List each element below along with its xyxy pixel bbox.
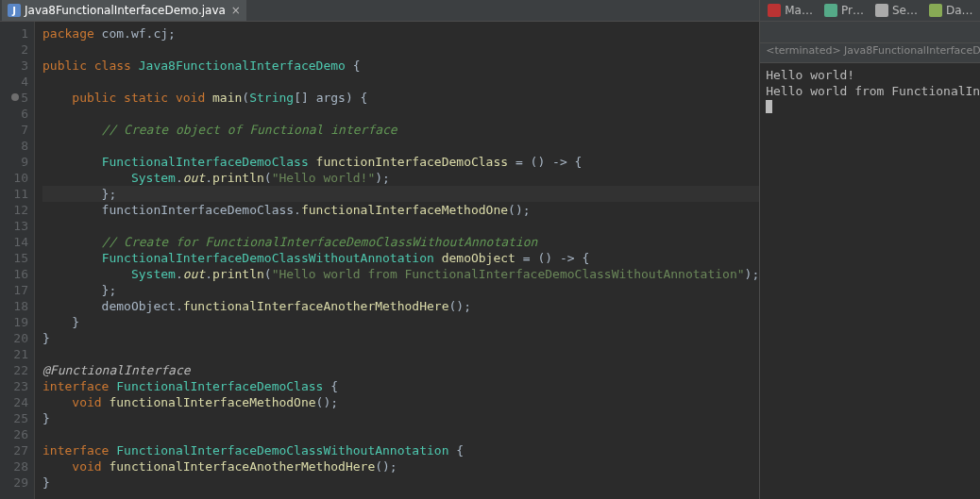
line-number: 25 [0,410,28,426]
code-line[interactable]: interface FunctionalInterfaceDemoClass { [42,378,759,394]
console-line: Hello world from FunctionalInterfaceDemo… [766,83,980,99]
console-process-line: <terminated> Java8FunctionalInterfaceDem… [760,43,980,63]
line-number: 29 [0,474,28,491]
line-number: 24 [0,394,28,410]
console-line: Hello world! [766,67,980,83]
code-line[interactable]: FunctionalInterfaceDemoClassWithoutAnnot… [42,250,759,266]
line-number: 3 [0,58,28,74]
code-line[interactable]: } [42,410,759,426]
code-line[interactable]: void functionalInterfaceMethodOne(); [42,394,759,410]
line-number: 17 [0,282,28,298]
code-line[interactable]: }; [42,282,759,298]
code-area[interactable]: package com.wf.cj; public class Java8Fun… [35,22,759,499]
views-pane: Ma…Pr…Se…Da…Sn…Co…×Pr…Se…Git…▭ ⇆■✖✖|▤▦▧⬓… [760,0,980,499]
search-icon [875,4,888,17]
view-tab-problems[interactable]: Pr… [819,0,870,21]
line-number: 8 [0,138,28,154]
line-number: 18 [0,298,28,314]
line-number: 7 [0,122,28,138]
line-number: 6 [0,106,28,122]
line-number: 2 [0,42,28,58]
code-line[interactable]: } [42,474,759,491]
line-number: 14 [0,234,28,250]
line-number: 13 [0,218,28,234]
line-gutter: 1234567891011121314151617181920212223242… [0,22,35,499]
views-tabbar: Ma…Pr…Se…Da…Sn…Co…×Pr…Se…Git…▭ [760,0,980,22]
line-number: 19 [0,314,28,330]
view-tab-label: Ma… [785,4,813,17]
editor-tab[interactable]: J Java8FunctionalInterfaceDemo.java × [2,0,246,21]
line-number: 23 [0,378,28,394]
console-cursor-line [766,99,980,115]
view-tab-search[interactable]: Se… [870,0,923,21]
line-number: 1 [0,25,28,42]
code-line[interactable] [42,426,759,442]
line-number: 12 [0,202,28,218]
code-line[interactable] [42,106,759,122]
code-line[interactable] [42,218,759,234]
code-line[interactable]: demoObject.functionalInterfaceAnotherMet… [42,298,759,314]
console-toolbar: ⇆■✖✖|▤▦▧⬓⬒|▣|▾ [760,22,980,43]
code-line[interactable]: } [42,314,759,330]
line-number: 22 [0,362,28,378]
code-line[interactable]: // Create for FunctionalInterfaceDemoCla… [42,234,759,250]
code-line[interactable]: @FunctionalInterface [42,362,759,378]
java-file-icon: J [8,4,21,17]
line-number: 20 [0,330,28,346]
code-line[interactable]: // Create object of Functional interface [42,122,759,138]
console-output[interactable]: Hello world!Hello world from FunctionalI… [760,63,980,499]
line-number: 15 [0,250,28,266]
view-tab-label: Se… [892,4,918,17]
view-tab-label: Pr… [841,4,864,17]
code-line[interactable]: interface FunctionalInterfaceDemoClassWi… [42,442,759,458]
code-line[interactable] [42,346,759,362]
breakpoint-icon[interactable] [11,93,19,101]
line-number: 28 [0,458,28,474]
code-line[interactable]: FunctionalInterfaceDemoClass functionInt… [42,154,759,170]
code-line[interactable]: }; [42,186,759,202]
line-number: 21 [0,346,28,362]
view-tab-markers[interactable]: Ma… [762,0,819,21]
editor-pane: J Java8FunctionalInterfaceDemo.java × 12… [0,0,760,499]
cursor-icon [766,100,772,113]
code-line[interactable]: System.out.println("Hello world!"); [42,170,759,186]
code-line[interactable]: void functionalInterfaceAnotherMethodHer… [42,458,759,474]
line-number: 26 [0,426,28,442]
line-number: 16 [0,266,28,282]
code-line[interactable]: } [42,330,759,346]
line-number: 5 [0,90,28,106]
ide-root: J Java8FunctionalInterfaceDemo.java × 12… [0,0,980,499]
editor-tab-label: Java8FunctionalInterfaceDemo.java [25,4,226,17]
code-line[interactable]: System.out.println("Hello world from Fun… [42,266,759,282]
editor-tabbar: J Java8FunctionalInterfaceDemo.java × [0,0,759,22]
view-tab-label: Da… [946,4,973,17]
data-icon [929,4,942,17]
problems-icon [824,4,837,17]
line-number: 4 [0,74,28,90]
line-number: 10 [0,170,28,186]
code-line[interactable] [42,74,759,90]
code-line[interactable]: package com.wf.cj; [42,25,759,42]
line-number: 11 [0,186,28,202]
view-tab-data[interactable]: Da… [923,0,979,21]
markers-icon [768,4,781,17]
close-tab-icon[interactable]: × [231,4,241,17]
code-line[interactable]: public class Java8FunctionalInterfaceDem… [42,58,759,74]
code-line[interactable]: public static void main(String[] args) { [42,90,759,106]
line-number: 9 [0,154,28,170]
line-number: 27 [0,442,28,458]
code-line[interactable] [42,138,759,154]
code-line[interactable] [42,42,759,58]
code-line[interactable]: functionInterfaceDemoClass.functionalInt… [42,202,759,218]
code-editor[interactable]: 1234567891011121314151617181920212223242… [0,22,759,499]
